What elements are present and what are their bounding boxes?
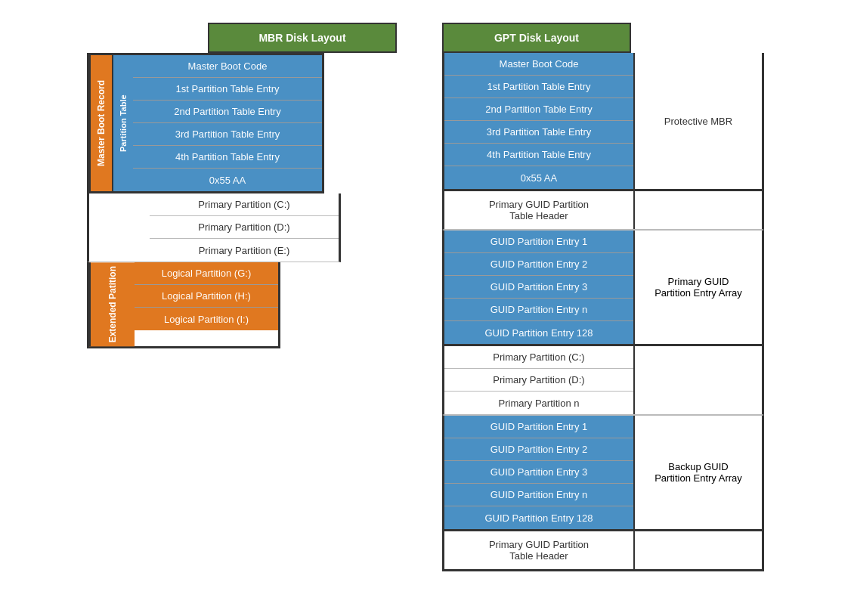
mbr-header: MBR Disk Layout	[208, 23, 397, 53]
protective-mbr-label: Protective MBR	[633, 53, 762, 189]
mbr-row: 1st Partition Table Entry	[133, 78, 322, 101]
mbr-left-labels: Master Boot Record Partition Table	[89, 55, 133, 191]
mbr-row: 4th Partition Table Entry	[133, 146, 322, 169]
mbr-row: 0x55 AA	[133, 169, 322, 191]
mbr-row: Master Boot Code	[133, 55, 322, 78]
list-item: GUID Partition Entry n	[444, 299, 633, 321]
list-item: GUID Partition Entry 2	[444, 438, 633, 461]
gpt-backup-entry-array-section: GUID Partition Entry 1 GUID Partition En…	[442, 415, 764, 531]
list-item: GUID Partition Entry 1	[444, 231, 633, 253]
list-item: 3rd Partition Table Entry	[444, 121, 633, 144]
list-item: Logical Partition (G:)	[135, 262, 278, 285]
gpt-partitions-section: Primary Partition (C:) Primary Partition…	[442, 346, 764, 415]
list-item: Primary Partition (C:)	[444, 346, 633, 369]
gpt-primary-entry-array-section: GUID Partition Entry 1 GUID Partition En…	[442, 230, 764, 346]
gpt-backup-header-section: Primary GUID PartitionTable Header	[442, 531, 764, 571]
list-item: GUID Partition Entry 128	[444, 321, 633, 344]
list-item: GUID Partition Entry 3	[444, 461, 633, 484]
list-item: 1st Partition Table Entry	[444, 76, 633, 98]
logical-rows: Logical Partition (G:) Logical Partition…	[135, 262, 278, 346]
mbr-diagram: MBR Disk Layout Master Boot Record Parti…	[87, 23, 397, 348]
list-item: Master Boot Code	[444, 53, 633, 76]
mbr-row: 2nd Partition Table Entry	[133, 101, 322, 123]
list-item: GUID Partition Entry 2	[444, 253, 633, 276]
list-item: Primary GUID PartitionTable Header	[444, 191, 633, 229]
gpt-protective-section: Master Boot Code 1st Partition Table Ent…	[442, 53, 764, 191]
list-item: GUID Partition Entry 128	[444, 506, 633, 529]
list-item: 4th Partition Table Entry	[444, 144, 633, 166]
mbr-body: Master Boot Record Partition Table Maste…	[87, 53, 324, 193]
list-item: GUID Partition Entry 3	[444, 276, 633, 299]
mbr-partition-label: Partition Table	[112, 55, 133, 191]
mbr-master-label: Master Boot Record	[89, 55, 112, 191]
list-item: Primary Partition n	[444, 392, 633, 414]
list-item: GUID Partition Entry 1	[444, 416, 633, 438]
list-item: Logical Partition (H:)	[135, 285, 278, 308]
list-item: Primary Partition (D:)	[150, 216, 339, 239]
gpt-primary-header-rows: Primary GUID PartitionTable Header	[444, 191, 633, 229]
gpt-diagram: GPT Disk Layout Master Boot Code 1st Par…	[442, 23, 764, 571]
list-item: Primary GUID PartitionTable Header	[444, 531, 633, 569]
list-item: 0x55 AA	[444, 166, 633, 189]
list-item: 2nd Partition Table Entry	[444, 98, 633, 121]
mbr-row: 3rd Partition Table Entry	[133, 123, 322, 146]
gpt-primary-entry-rows: GUID Partition Entry 1 GUID Partition En…	[444, 231, 633, 344]
primary-entry-array-label: Primary GUIDPartition Entry Array	[633, 231, 762, 344]
primary-partitions-section: Primary Partition (C:) Primary Partition…	[87, 193, 341, 262]
gpt-backup-header-rows: Primary GUID PartitionTable Header	[444, 531, 633, 569]
gpt-header: GPT Disk Layout	[442, 23, 631, 53]
list-item: Primary Partition (C:)	[150, 193, 339, 216]
list-item: Logical Partition (I:)	[135, 308, 278, 330]
gpt-protective-rows: Master Boot Code 1st Partition Table Ent…	[444, 53, 633, 189]
gpt-primary-header-section: Primary GUID PartitionTable Header	[442, 191, 764, 230]
list-item: Primary Partition (E:)	[150, 239, 339, 262]
gpt-partition-rows: Primary Partition (C:) Primary Partition…	[444, 346, 633, 414]
backup-entry-array-label: Backup GUIDPartition Entry Array	[633, 416, 762, 529]
primary-rows: Primary Partition (C:) Primary Partition…	[150, 193, 339, 262]
diagrams-container: MBR Disk Layout Master Boot Record Parti…	[87, 23, 764, 571]
mbr-extended-section: Extended Patition Logical Partition (G:)…	[87, 262, 280, 348]
list-item: Primary Partition (D:)	[444, 369, 633, 392]
gpt-backup-entry-rows: GUID Partition Entry 1 GUID Partition En…	[444, 416, 633, 529]
list-item: GUID Partition Entry n	[444, 484, 633, 506]
mbr-rows: Master Boot Code 1st Partition Table Ent…	[133, 55, 322, 191]
extended-label: Extended Patition	[89, 262, 135, 346]
